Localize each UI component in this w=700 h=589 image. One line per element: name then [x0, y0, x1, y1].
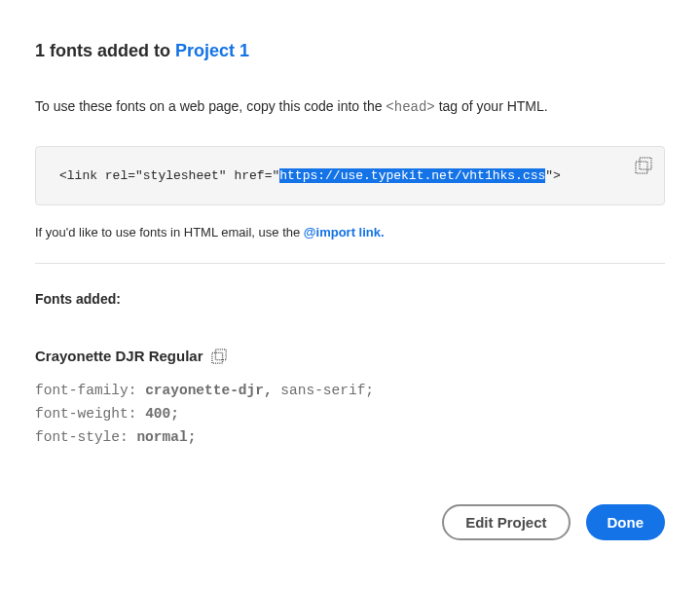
css-prop: font-weight: [35, 406, 145, 422]
heading-prefix: 1 fonts added to [35, 41, 175, 60]
css-prop: font-family: [35, 383, 145, 398]
code-snippet[interactable]: <link rel="stylesheet" href="https://use… [59, 168, 615, 183]
instruction-before: To use these fonts on a web page, copy t… [35, 98, 386, 114]
css-line: font-family: crayonette-djr, sans-serif; [35, 380, 665, 403]
email-note: If you'd like to use fonts in HTML email… [35, 225, 665, 239]
css-line: font-weight: 400; [35, 403, 665, 426]
css-suffix: sans-serif; [273, 383, 374, 398]
done-button[interactable]: Done [586, 504, 666, 540]
copy-icon[interactable] [635, 157, 652, 174]
copy-icon[interactable] [211, 349, 227, 364]
code-highlight: https://use.typekit.net/vht1hks.css [279, 168, 545, 183]
heading: 1 fonts added to Project 1 [35, 41, 665, 61]
instruction-text: To use these fonts on a web page, copy t… [35, 98, 665, 115]
svg-rect-3 [215, 349, 226, 359]
css-block: font-family: crayonette-djr, sans-serif;… [35, 380, 665, 450]
code-box: <link rel="stylesheet" href="https://use… [35, 146, 665, 205]
button-row: Edit Project Done [35, 504, 665, 540]
css-line: font-style: normal; [35, 426, 665, 450]
fonts-added-label: Fonts added: [35, 291, 665, 307]
code-before: <link rel="stylesheet" href=" [59, 168, 279, 183]
font-name-row: Crayonette DJR Regular [35, 348, 665, 364]
instruction-code: <head> [386, 99, 434, 115]
import-link[interactable]: @import link. [304, 225, 385, 239]
instruction-after: tag of your HTML. [435, 98, 548, 114]
css-val: crayonette-djr, [145, 383, 273, 398]
css-prop: font-style: [35, 429, 136, 445]
svg-rect-0 [636, 162, 647, 173]
edit-project-button[interactable]: Edit Project [442, 504, 570, 540]
svg-rect-2 [211, 352, 222, 363]
font-name: Crayonette DJR Regular [35, 348, 203, 364]
email-note-text: If you'd like to use fonts in HTML email… [35, 225, 304, 239]
code-after: "> [545, 168, 561, 183]
svg-rect-1 [640, 158, 651, 169]
divider [35, 263, 665, 264]
css-val: normal; [136, 429, 196, 445]
css-val: 400; [145, 406, 179, 422]
project-link[interactable]: Project 1 [175, 41, 249, 60]
